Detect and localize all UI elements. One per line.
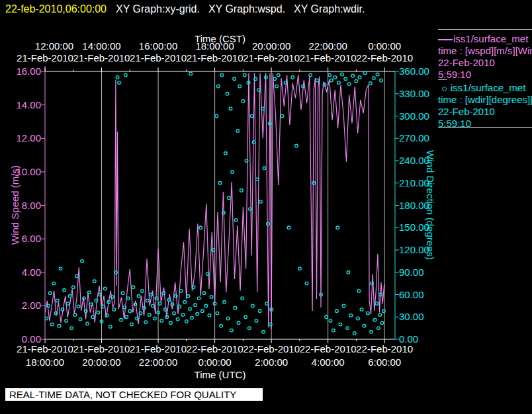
wdir-point (259, 200, 263, 204)
wdir-point (66, 302, 69, 306)
top-axis-time-label: 16:00:00 (139, 41, 177, 52)
wdir-point (336, 226, 339, 229)
wdir-point (325, 315, 328, 319)
wdir-point (360, 308, 363, 311)
bottom-axis-time-label: 18:00:00 (26, 357, 64, 368)
wdir-point (179, 290, 183, 293)
wdir-point (369, 82, 373, 85)
legend-entry-wspd: iss1/surface_met time : [wspd][m/s][Wind… (438, 33, 532, 81)
wdir-point (176, 317, 179, 321)
wdir-point (220, 73, 224, 77)
wdir-point (160, 319, 163, 323)
bottom-axis-title: Time (UTC) (45, 369, 395, 380)
legend-divider (438, 79, 447, 80)
wdir-point (298, 267, 302, 270)
wdir-point (367, 311, 370, 315)
wdir-point (233, 77, 236, 81)
wdir-point (363, 71, 367, 75)
legend-bottom-rule (438, 127, 532, 128)
bottom-axis-time-label: 2:00:00 (255, 357, 288, 368)
wdir-point (58, 325, 61, 328)
wdir-point (229, 107, 232, 110)
wdir-point (277, 73, 281, 77)
wdir-point (215, 114, 218, 118)
right-axis-tick-label: 360.00 (399, 66, 429, 77)
wdir-point (97, 311, 100, 314)
bottom-axis-time-label: 20:00:00 (82, 357, 120, 368)
wdir-point (202, 292, 206, 295)
right-axis-tick-label: 330.00 (399, 89, 429, 99)
wdir-point (224, 152, 228, 155)
wdir-point (273, 77, 277, 81)
wdir-point (124, 73, 128, 77)
wdir-point (93, 280, 97, 283)
bottom-axis-date-label: 22-Feb-2010 (243, 344, 300, 354)
wdir-point (183, 301, 187, 304)
wdir-point (263, 167, 266, 170)
right-axis-tick-label: 150.00 (399, 222, 429, 233)
top-axis-date-label: 21-Feb-2010 (300, 53, 357, 63)
wdir-point (351, 75, 355, 78)
bottom-axis-date-label: 22-Feb-2010 (187, 344, 244, 354)
right-axis-tick-label: 0.00 (399, 334, 418, 345)
wdir-point (281, 114, 284, 118)
wdir-point (258, 310, 261, 313)
legend-series-desc: time : [wdir][degrees][Wind (438, 94, 532, 106)
left-axis-tick-label: 10.00 (0, 167, 41, 177)
wdir-point (378, 313, 382, 317)
wdir-point (234, 219, 238, 222)
wdir-point (275, 85, 279, 88)
wdir-point (189, 72, 193, 75)
right-axis-tick-label: 120.00 (399, 245, 429, 255)
bottom-axis-date-label: 22-Feb-2010 (356, 344, 413, 354)
wdir-point (216, 85, 220, 88)
wdir-point (79, 317, 82, 321)
legend-entry-wdir: iss1/surface_met time : [wdir][degrees][… (438, 82, 532, 130)
wdir-point (65, 319, 68, 323)
bottom-axis-date-label: 21-Feb-2010 (73, 344, 130, 354)
wdir-point (291, 76, 294, 79)
wdir-point (164, 308, 167, 311)
wdir-point (130, 323, 134, 326)
wdir-point (148, 313, 152, 317)
right-axis-tick-label: 300.00 (399, 111, 429, 122)
wdir-point (312, 182, 316, 185)
bottom-axis-time-label: 4:00:00 (312, 357, 345, 368)
wdir-point (218, 182, 222, 185)
wdir-point (194, 304, 197, 307)
wdir-point (328, 73, 332, 77)
wdir-point (169, 321, 173, 325)
wdir-point (77, 305, 80, 308)
wdir-point (144, 321, 148, 324)
wdir-point (52, 282, 56, 285)
wdir-point (287, 226, 290, 229)
wdir-point (132, 286, 135, 289)
wdir-point (191, 316, 194, 319)
wdir-point (375, 302, 378, 306)
wdir-point (128, 310, 132, 313)
wdir-point (47, 304, 50, 308)
right-axis-tick-label: 60.00 (399, 290, 424, 300)
wdir-point (376, 73, 379, 76)
wdir-point (346, 327, 349, 330)
wdir-point (210, 296, 213, 299)
wdir-point (234, 307, 237, 310)
wdir-point (339, 323, 342, 326)
top-axis-time-label: 12:00:00 (35, 41, 73, 52)
right-axis-tick-label: 240.00 (399, 155, 429, 166)
wdir-point (120, 319, 123, 322)
wdir-point (380, 321, 384, 325)
top-axis-time-label: 20:00:00 (252, 41, 290, 52)
wdir-point (341, 73, 344, 76)
wdir-point (125, 315, 128, 319)
wdir-point (48, 292, 52, 295)
top-axis-date-label: 21-Feb-2010 (187, 53, 244, 63)
legend-top-rule (438, 29, 532, 30)
bottom-axis-time-label: 0:00:00 (199, 357, 232, 368)
wdir-point (141, 290, 144, 293)
wdir-point (185, 320, 189, 323)
top-axis-date-label: 21-Feb-2010 (243, 53, 300, 63)
wdir-point (262, 331, 265, 334)
top-axis-time-label: 0:00:00 (368, 41, 401, 52)
left-axis-tick-label: 4.00 (0, 267, 41, 278)
